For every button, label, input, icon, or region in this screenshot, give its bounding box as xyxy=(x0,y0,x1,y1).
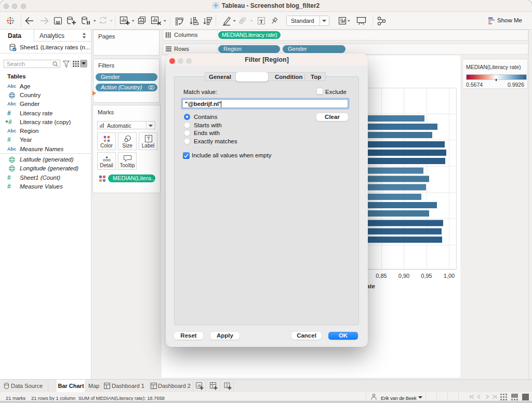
svg-text:1,00: 1,00 xyxy=(444,273,455,279)
svg-text:0,95: 0,95 xyxy=(421,273,432,279)
svg-text:T: T xyxy=(259,18,263,24)
svg-text:0,90: 0,90 xyxy=(398,273,409,279)
svg-text:0,85: 0,85 xyxy=(376,273,387,279)
